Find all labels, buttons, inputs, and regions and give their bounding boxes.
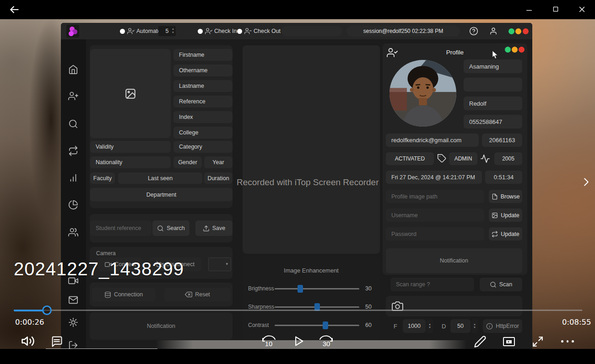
profile-image-path-input[interactable]: Profile image path — [386, 190, 484, 203]
automate-count-spinner[interactable]: 5 ▲▼ — [158, 26, 176, 36]
sidebar-home-icon[interactable] — [68, 64, 78, 75]
profile-firstname-field[interactable]: Redolf — [464, 96, 522, 110]
f-spinner[interactable]: ▲▼ — [427, 319, 433, 333]
sidebar-logout-icon[interactable] — [68, 340, 78, 349]
sidebar-add-user-icon[interactable] — [68, 91, 78, 101]
play-button[interactable] — [292, 335, 305, 348]
user-icon[interactable] — [489, 27, 498, 35]
profile-photo-image — [389, 60, 456, 127]
f-value-field[interactable]: 1000 — [403, 319, 426, 333]
close-button[interactable] — [578, 5, 586, 13]
spinner-arrows-icon[interactable]: ▲▼ — [172, 27, 174, 34]
field-firstname[interactable]: Firstname — [173, 49, 233, 61]
field-validity[interactable]: Validity — [90, 141, 171, 153]
field-lastname[interactable]: Lastname — [173, 80, 233, 92]
student-photo-placeholder[interactable] — [90, 49, 171, 138]
scan-range-input[interactable]: Scan range ? — [390, 278, 474, 291]
captions-button[interactable] — [50, 335, 63, 348]
d-spinner[interactable]: ▲▼ — [471, 319, 478, 333]
profile-session-time-field[interactable]: 0:51:34 — [485, 171, 522, 184]
profile-phone-field[interactable]: 0552588647 — [464, 115, 522, 128]
user-check-icon — [127, 27, 135, 35]
profile-surname-field[interactable]: Asamaning — [464, 59, 522, 73]
field-gender[interactable]: Gender — [173, 156, 202, 168]
field-nationality[interactable]: Nationality — [90, 156, 171, 168]
sidebar-search-icon[interactable] — [68, 119, 78, 129]
field-duration[interactable]: Duration — [204, 172, 233, 184]
field-faculty[interactable]: Faculty — [90, 172, 115, 184]
annotate-pencil-button[interactable] — [474, 335, 487, 348]
update-image-button[interactable]: Update — [489, 209, 522, 222]
year-button[interactable]: 2005 — [494, 152, 522, 165]
status-activated-button[interactable]: ACTIVATED — [386, 152, 434, 165]
help-icon[interactable] — [469, 27, 478, 36]
sidebar-users-icon[interactable] — [68, 227, 78, 237]
profile-othername-field[interactable] — [464, 78, 522, 91]
camera-select-dropdown[interactable]: ▾ — [208, 257, 231, 271]
field-category[interactable]: Category — [173, 141, 233, 153]
field-othername[interactable]: Othername — [173, 64, 233, 76]
d-value-field[interactable]: 50 — [450, 319, 471, 333]
browse-button[interactable]: Browse — [489, 190, 522, 203]
student-reference-input[interactable]: Student reference — [90, 220, 151, 236]
topbar-empty-input[interactable] — [281, 26, 342, 36]
username-input[interactable]: Username — [386, 209, 484, 222]
sidebar-bar-chart-icon[interactable] — [68, 173, 78, 183]
contrast-slider-handle[interactable] — [323, 321, 328, 329]
volume-button[interactable] — [21, 334, 35, 348]
rewind-10-number: 10 — [260, 340, 277, 348]
profile-datetime-field[interactable]: Fri 27 Dec, 2024 @ 14:21:07 PM — [386, 171, 482, 184]
minimize-button[interactable] — [525, 5, 533, 13]
forward-30-button[interactable]: 30 — [318, 333, 335, 350]
backspace-icon — [185, 291, 192, 298]
left-notification-panel: Notification — [90, 312, 233, 340]
contrast-label: Contrast — [248, 322, 269, 328]
student-reference-placeholder: Student reference — [96, 225, 141, 231]
rewind-10-button[interactable]: 10 — [260, 333, 277, 350]
connection-button[interactable]: Connection — [92, 288, 155, 301]
field-college[interactable]: College — [173, 127, 233, 139]
pip-button[interactable] — [503, 336, 515, 347]
password-input[interactable]: Password — [386, 227, 484, 241]
sidebar-settings-icon[interactable] — [68, 317, 78, 327]
profile-student-id-field[interactable]: 20661163 — [482, 134, 522, 147]
image-enhancement-panel: Image Enhancement Brigthness 30 Sharpnes… — [243, 256, 380, 341]
http-error-button[interactable]: HttpError — [483, 319, 522, 333]
update-password-button[interactable]: Update — [489, 227, 522, 241]
next-video-button[interactable] — [579, 175, 593, 189]
check-in-radio[interactable] — [198, 29, 203, 34]
check-out-radio[interactable] — [237, 29, 242, 34]
automate-radio[interactable] — [120, 29, 125, 34]
reset-button[interactable]: Reset — [164, 288, 231, 301]
f-value: 1000 — [408, 323, 421, 329]
brightness-slider-handle[interactable] — [298, 285, 303, 293]
brightness-slider[interactable] — [275, 288, 359, 289]
scan-button[interactable]: Scan — [480, 278, 522, 291]
field-reference[interactable]: Reference — [173, 96, 233, 107]
seek-track[interactable] — [14, 310, 582, 311]
fullscreen-button[interactable] — [532, 336, 544, 348]
field-year[interactable]: Year — [204, 156, 233, 168]
field-last-seen[interactable]: Last seen — [118, 172, 202, 184]
app-topbar: Automate 5 ▲▼ Check In Check Out session… — [61, 23, 532, 39]
sidebar-mail-icon[interactable] — [68, 295, 78, 305]
sidebar-pie-chart-icon[interactable] — [68, 200, 78, 210]
save-button[interactable]: Save — [195, 220, 233, 236]
current-time: 0:00:26 — [15, 318, 44, 327]
status-dot-red — [523, 28, 529, 34]
profile-photo[interactable] — [389, 60, 456, 127]
more-options-button[interactable] — [561, 340, 577, 344]
seek-handle[interactable] — [42, 305, 52, 315]
search-button[interactable]: Search — [152, 220, 189, 236]
automate-label: Automate — [136, 28, 161, 34]
field-index[interactable]: Index — [173, 111, 233, 123]
profile-email-field[interactable]: redolfkendrick@gmail.com — [386, 134, 479, 147]
session-pill[interactable]: session@redolf250 02:22:38 PM — [346, 26, 460, 37]
field-department[interactable]: Department — [90, 188, 233, 201]
sidebar-sync-icon[interactable] — [68, 146, 78, 156]
contrast-slider[interactable] — [275, 325, 359, 326]
seekbar[interactable] — [14, 306, 582, 314]
maximize-button[interactable] — [552, 5, 559, 13]
back-arrow-icon[interactable] — [8, 4, 20, 16]
role-admin-button[interactable]: ADMIN — [449, 152, 477, 165]
